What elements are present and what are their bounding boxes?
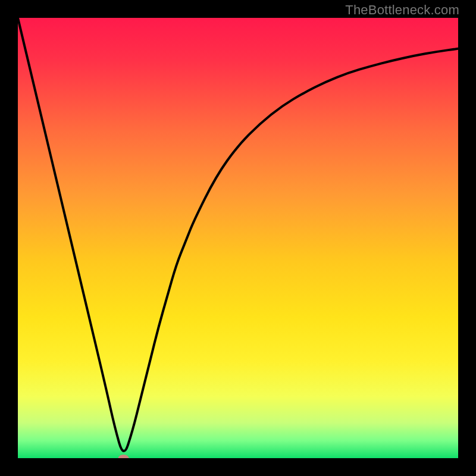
gradient-background <box>18 18 458 458</box>
chart-frame: TheBottleneck.com <box>0 0 476 476</box>
chart-svg <box>18 18 458 458</box>
plot-area <box>18 18 458 458</box>
watermark-text: TheBottleneck.com <box>345 2 459 18</box>
